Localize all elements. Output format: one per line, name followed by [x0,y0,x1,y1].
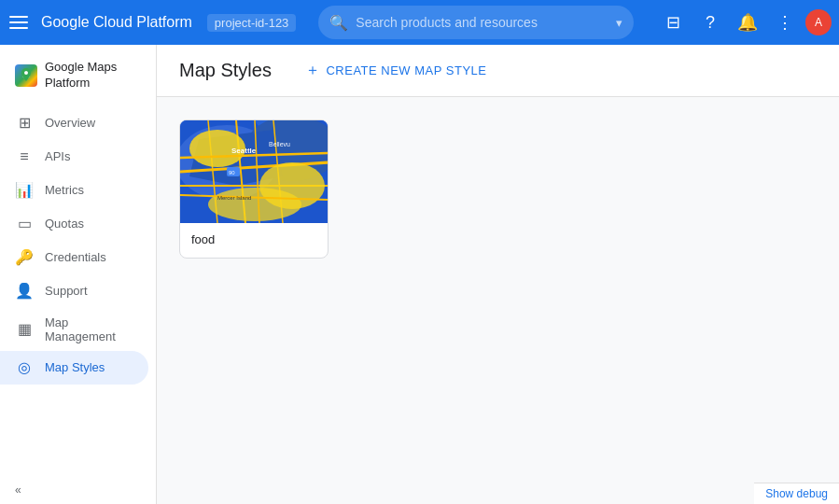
create-icon: ＋ [305,61,321,80]
collapse-icon: « [15,483,21,497]
search-icon: 🔍 [329,14,348,32]
settings-button[interactable]: ⋮ [768,6,802,39]
main-header: Map Styles ＋ CREATE NEW MAP STYLE [157,45,839,97]
page-title: Map Styles [179,60,272,81]
map-style-label: food [180,223,328,258]
notifications-button[interactable]: 🔔 [731,6,764,39]
svg-text:Seattle: Seattle [231,147,257,155]
sidebar-item-metrics[interactable]: 📊 Metrics [0,174,148,207]
create-button-label: CREATE NEW MAP STYLE [326,63,486,77]
overview-icon: ⊞ [15,114,34,132]
map-preview: Seattle Bellevu Mercer Island 90 [180,120,329,223]
support-label: Support [45,284,88,298]
sidebar-item-support[interactable]: 👤 Support [0,274,148,308]
apis-icon: ≡ [15,148,34,165]
map-management-icon: ▦ [15,320,34,338]
search-dropdown-icon[interactable]: ▾ [616,16,622,30]
sidebar-item-overview[interactable]: ⊞ Overview [0,106,148,140]
svg-point-14 [208,188,301,221]
map-styles-icon: ◎ [15,358,34,376]
sidebar-nav: ⊞ Overview ≡ APIs 📊 Metrics ▭ Quotas 🔑 C… [0,106,156,385]
sidebar-collapse-button[interactable]: « [0,476,156,504]
search-bar[interactable]: 🔍 ▾ [318,6,634,39]
svg-text:Bellevu: Bellevu [269,141,290,147]
sidebar-item-apis[interactable]: ≡ APIs [0,140,148,174]
menu-icon[interactable] [7,11,30,34]
svg-text:Mercer Island: Mercer Island [217,195,251,201]
cloud-shell-button[interactable]: ⊟ [656,6,690,39]
overview-label: Overview [45,116,95,130]
map-style-card-food[interactable]: Seattle Bellevu Mercer Island 90 food [179,119,329,259]
project-selector[interactable]: project-id-123 [207,14,297,32]
metrics-icon: 📊 [15,181,34,199]
credentials-icon: 🔑 [15,248,34,266]
create-new-map-style-button[interactable]: ＋ CREATE NEW MAP STYLE [294,55,498,86]
map-styles-label: Map Styles [45,360,105,374]
sidebar-item-map-management[interactable]: ▦ Map Management [0,308,148,351]
sidebar-header: Google Maps Platform [0,52,156,106]
sidebar-title: Google Maps Platform [45,60,141,91]
app-title: Google Cloud Platform [41,14,192,31]
topbar: Google Cloud Platform project-id-123 🔍 ▾… [0,0,839,45]
svg-text:90: 90 [229,170,235,175]
map-svg: Seattle Bellevu Mercer Island 90 [180,120,329,223]
maps-logo [15,64,37,87]
map-styles-grid: Seattle Bellevu Mercer Island 90 food [157,97,839,504]
quotas-label: Quotas [45,217,84,231]
map-management-label: Map Management [45,315,133,343]
sidebar-item-credentials[interactable]: 🔑 Credentials [0,241,148,274]
credentials-label: Credentials [45,250,106,264]
apis-label: APIs [45,149,70,163]
metrics-label: Metrics [45,183,84,197]
support-icon: 👤 [15,282,34,300]
card-grid: Seattle Bellevu Mercer Island 90 food [179,119,817,259]
sidebar-item-quotas[interactable]: ▭ Quotas [0,207,148,241]
show-debug-button[interactable]: Show debug [754,483,839,504]
layout: Google Maps Platform ⊞ Overview ≡ APIs 📊… [0,45,839,504]
quotas-icon: ▭ [15,215,34,232]
help-button[interactable]: ? [693,6,727,39]
sidebar: Google Maps Platform ⊞ Overview ≡ APIs 📊… [0,45,157,504]
main-content-area: Map Styles ＋ CREATE NEW MAP STYLE [157,45,839,504]
sidebar-item-map-styles[interactable]: ◎ Map Styles [0,351,148,385]
avatar[interactable]: A [805,9,832,35]
search-input[interactable] [356,15,608,30]
topbar-actions: ⊟ ? 🔔 ⋮ A [656,6,832,39]
